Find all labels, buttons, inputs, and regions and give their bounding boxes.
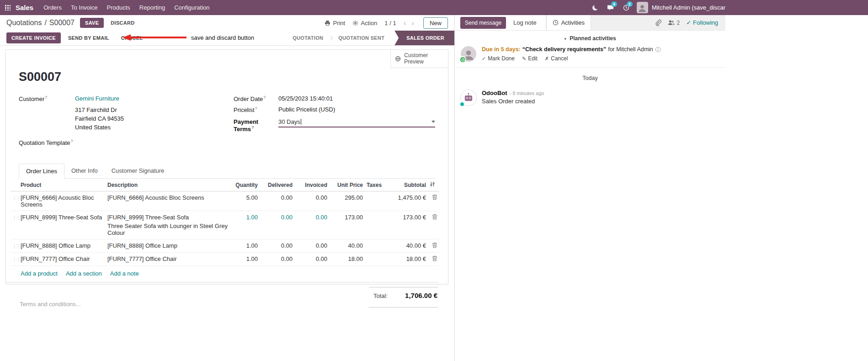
apps-menu-button[interactable] bbox=[0, 0, 15, 15]
messages-tray-button[interactable]: 4 bbox=[604, 0, 618, 15]
cell-unit-price[interactable]: 295.00 bbox=[329, 191, 365, 211]
col-invoiced[interactable]: Invoiced bbox=[294, 179, 329, 191]
tab-customer-signature[interactable]: Customer Signature bbox=[105, 164, 171, 178]
activities-tray-button[interactable]: 2 bbox=[619, 0, 633, 15]
followers-button[interactable]: 2 bbox=[668, 20, 680, 26]
cell-invoiced[interactable]: 0.00 bbox=[294, 253, 329, 266]
cell-product[interactable]: [FURN_8999] Three-Seat Sofa bbox=[19, 211, 106, 239]
delete-line-button[interactable] bbox=[428, 191, 439, 211]
cell-description[interactable]: [FURN_8888] Office Lamp bbox=[106, 239, 231, 253]
cell-quantity[interactable]: 1.00 bbox=[231, 253, 260, 266]
drag-handle-icon[interactable]: ⋮⋮ bbox=[12, 215, 20, 220]
delete-line-button[interactable] bbox=[428, 253, 439, 266]
cell-quantity[interactable]: 5.00 bbox=[231, 191, 260, 211]
order-line-row[interactable]: ⋮⋮ [FURN_7777] Office Chair [FURN_7777] … bbox=[11, 253, 439, 266]
cell-delivered[interactable]: 0.00 bbox=[260, 239, 294, 253]
discard-button[interactable]: DISCARD bbox=[107, 18, 138, 28]
col-unit-price[interactable]: Unit Price bbox=[329, 179, 365, 191]
menu-configuration[interactable]: Configuration bbox=[170, 0, 214, 15]
save-button[interactable]: SAVE bbox=[80, 18, 104, 28]
cell-taxes[interactable] bbox=[365, 239, 382, 253]
dropdown-caret-icon[interactable] bbox=[431, 121, 435, 123]
col-description[interactable]: Description bbox=[106, 179, 231, 191]
step-quotation-sent[interactable]: QUOTATION SENT bbox=[331, 31, 392, 45]
print-button[interactable]: Print bbox=[325, 20, 345, 27]
cell-invoiced[interactable]: 0.00 bbox=[294, 191, 329, 211]
terms-placeholder[interactable]: Terms and conditions... bbox=[20, 301, 81, 308]
drag-handle-icon[interactable]: ⋮⋮ bbox=[12, 257, 20, 262]
cell-taxes[interactable] bbox=[365, 191, 382, 211]
menu-to-invoice[interactable]: To Invoice bbox=[66, 0, 102, 15]
planned-activities-toggle[interactable]: ▾ Planned activities bbox=[455, 35, 725, 42]
drag-handle-icon[interactable]: ⋮⋮ bbox=[12, 244, 20, 249]
tab-order-lines[interactable]: Order Lines bbox=[19, 164, 64, 179]
cell-unit-price[interactable]: 173.00 bbox=[329, 211, 365, 239]
send-by-email-button[interactable]: SEND BY EMAIL bbox=[64, 32, 114, 43]
pager-next-icon[interactable]: › bbox=[410, 19, 416, 27]
add-note-link[interactable]: Add a note bbox=[110, 270, 139, 277]
cell-quantity[interactable]: 1.00 bbox=[231, 239, 260, 253]
cell-product[interactable]: [FURN_6666] Acoustic Bloc Screens bbox=[19, 191, 106, 211]
dark-mode-toggle[interactable] bbox=[588, 0, 602, 15]
add-section-link[interactable]: Add a section bbox=[66, 270, 102, 277]
cell-delivered[interactable]: 0.00 bbox=[260, 211, 294, 239]
cell-delivered[interactable]: 0.00 bbox=[260, 253, 294, 266]
cell-taxes[interactable] bbox=[365, 253, 382, 266]
step-quotation[interactable]: QUOTATION bbox=[285, 31, 330, 45]
cell-product[interactable]: [FURN_7777] Office Chair bbox=[19, 253, 106, 266]
col-delivered[interactable]: Delivered bbox=[260, 179, 294, 191]
add-product-link[interactable]: Add a product bbox=[21, 270, 58, 277]
app-brand[interactable]: Sales bbox=[16, 4, 33, 11]
activity-avatar[interactable] bbox=[461, 46, 476, 62]
customer-link[interactable]: Gemini Furniture bbox=[75, 95, 119, 102]
cell-quantity[interactable]: 1.00 bbox=[231, 211, 260, 239]
col-subtotal[interactable]: Subtotal bbox=[382, 179, 428, 191]
pager-previous-icon[interactable]: ‹ bbox=[402, 19, 408, 27]
user-avatar[interactable] bbox=[637, 2, 648, 13]
action-button[interactable]: Action bbox=[352, 20, 377, 27]
send-message-button[interactable]: Send message bbox=[460, 17, 506, 29]
delete-line-button[interactable] bbox=[428, 211, 439, 239]
cell-taxes[interactable] bbox=[365, 211, 382, 239]
attachments-button[interactable] bbox=[655, 19, 661, 26]
col-taxes[interactable]: Taxes bbox=[365, 179, 382, 191]
step-sales-order[interactable]: SALES ORDER bbox=[394, 31, 454, 45]
cell-invoiced[interactable]: 0.00 bbox=[294, 211, 329, 239]
info-icon[interactable] bbox=[655, 47, 661, 53]
cell-description[interactable]: [FURN_8999] Three-Seat Sofa Three Seater… bbox=[106, 211, 231, 239]
log-note-button[interactable]: Log note bbox=[510, 16, 540, 29]
cell-description[interactable]: [FURN_7777] Office Chair bbox=[106, 253, 231, 266]
order-line-row[interactable]: ⋮⋮ [FURN_8888] Office Lamp [FURN_8888] O… bbox=[11, 239, 439, 253]
col-quantity[interactable]: Quantity bbox=[231, 179, 260, 191]
cell-description[interactable]: [FURN_6666] Acoustic Bloc Screens bbox=[106, 191, 231, 211]
message-avatar[interactable] bbox=[460, 90, 477, 106]
cell-invoiced[interactable]: 0.00 bbox=[294, 239, 329, 253]
order-date-value[interactable]: 05/25/2023 15:40:01 bbox=[278, 95, 333, 102]
menu-reporting[interactable]: Reporting bbox=[135, 0, 170, 15]
cell-delivered[interactable]: 0.00 bbox=[260, 191, 294, 211]
customer-preview-button[interactable]: Customer Preview bbox=[390, 50, 448, 68]
cell-product[interactable]: [FURN_8888] Office Lamp bbox=[19, 239, 106, 253]
new-button[interactable]: New bbox=[423, 17, 448, 29]
create-invoice-button[interactable]: CREATE INVOICE bbox=[6, 32, 61, 43]
tab-other-info[interactable]: Other Info bbox=[64, 164, 105, 178]
menu-orders[interactable]: Orders bbox=[39, 0, 66, 15]
quotation-template-label[interactable]: Quotation Template? bbox=[19, 139, 73, 146]
mark-done-button[interactable]: ✓ Mark Done bbox=[482, 55, 515, 62]
breadcrumb-quotations[interactable]: Quotations bbox=[6, 19, 42, 27]
delete-line-button[interactable] bbox=[428, 239, 439, 253]
user-menu[interactable]: Mitchell Admin (save_discar bbox=[652, 4, 725, 11]
cell-unit-price[interactable]: 18.00 bbox=[329, 253, 365, 266]
drag-handle-icon[interactable]: ⋮⋮ bbox=[12, 196, 20, 201]
activities-tab[interactable]: Activities bbox=[546, 15, 591, 30]
menu-products[interactable]: Products bbox=[102, 0, 134, 15]
pricelist-value[interactable]: Public Pricelist (USD) bbox=[278, 106, 335, 113]
edit-activity-button[interactable]: ✎ Edit bbox=[522, 55, 538, 62]
order-line-row[interactable]: ⋮⋮ [FURN_8999] Three-Seat Sofa [FURN_899… bbox=[11, 211, 439, 239]
cancel-button[interactable]: CANCEL bbox=[117, 32, 148, 43]
optional-columns-button[interactable] bbox=[428, 179, 439, 191]
cancel-activity-button[interactable]: ✗ Cancel bbox=[545, 55, 568, 62]
col-product[interactable]: Product bbox=[19, 179, 106, 191]
order-line-row[interactable]: ⋮⋮ [FURN_6666] Acoustic Bloc Screens [FU… bbox=[11, 191, 439, 211]
cell-unit-price[interactable]: 40.00 bbox=[329, 239, 365, 253]
